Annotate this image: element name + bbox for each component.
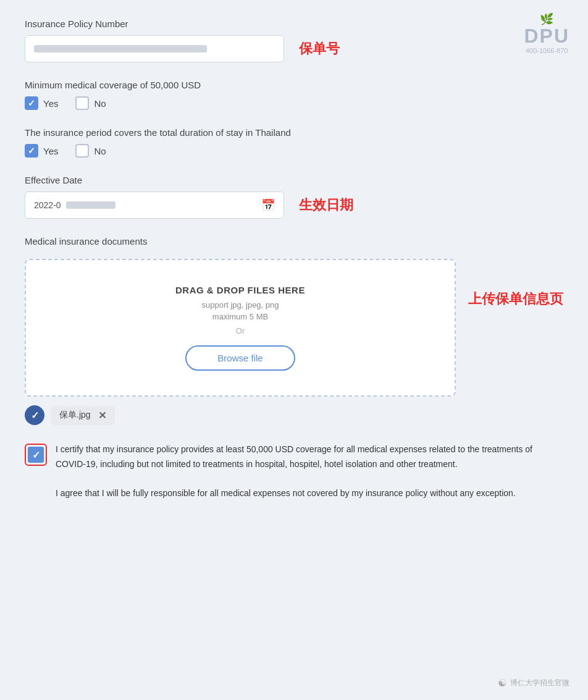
date-blurred: [66, 201, 116, 209]
min-coverage-section: Minimum medical coverage of 50,000 USD ✓…: [25, 80, 563, 110]
min-coverage-yes-checkbox[interactable]: ✓: [25, 96, 38, 110]
policy-number-section: Insurance Policy Number 保单号: [25, 19, 563, 62]
upload-area-wrapper: DRAG & DROP FILES HERE support jpg, jpeg…: [25, 253, 456, 397]
upload-drag-text: DRAG & DROP FILES HERE: [38, 285, 442, 295]
upload-max-text: maximum 5 MB: [38, 312, 442, 321]
policy-number-row: 保单号: [25, 35, 563, 62]
min-coverage-no-label: No: [94, 98, 106, 109]
min-coverage-no-item: No: [75, 96, 106, 110]
upload-section-row: DRAG & DROP FILES HERE support jpg, jpeg…: [25, 253, 563, 397]
min-coverage-label: Minimum medical coverage of 50,000 USD: [25, 80, 563, 90]
insurance-period-label: The insurance period covers the total du…: [25, 127, 563, 138]
policy-number-input[interactable]: [25, 35, 284, 62]
policy-number-blurred: [34, 45, 207, 53]
watermark-icon: ☯: [498, 677, 506, 689]
min-coverage-checkboxes: ✓ Yes No: [25, 96, 563, 110]
cert-text-line2: I agree that I will be fully responsible…: [56, 488, 516, 498]
medical-docs-label: Medical insurance documents: [25, 236, 563, 247]
checkmark-icon-2: ✓: [28, 146, 35, 155]
policy-number-annotation: 保单号: [299, 40, 340, 58]
logo-leaf-icon: 🌿: [524, 12, 569, 26]
upload-support-text: support jpg, jpeg, png: [38, 300, 442, 310]
cert-checkbox-wrapper: ✓: [25, 444, 47, 466]
insurance-period-no-item: No: [75, 144, 106, 158]
insurance-period-no-label: No: [94, 146, 106, 156]
medical-docs-section: Medical insurance documents DRAG & DROP …: [25, 236, 563, 425]
browse-file-button[interactable]: Browse file: [185, 345, 295, 371]
dpu-logo: 🌿 DPU 400-1066-870: [524, 12, 569, 54]
policy-number-label: Insurance Policy Number: [25, 19, 563, 29]
date-text-content: 2022-0: [34, 200, 116, 210]
uploaded-file-row: ✓ 保单.jpg ✕: [25, 405, 563, 425]
upload-annotation: 上传保单信息页: [468, 290, 563, 308]
watermark-text: 博仁大学招生官微: [510, 678, 569, 688]
effective-date-input[interactable]: 2022-0 📅: [25, 192, 284, 219]
cert-checkbox[interactable]: ✓: [28, 447, 44, 463]
effective-date-row: 2022-0 📅 生效日期: [25, 192, 563, 219]
cert-text-content: I certify that my insurance policy provi…: [56, 442, 563, 501]
effective-date-label: Effective Date: [25, 175, 563, 185]
logo-name: DPU: [524, 26, 569, 46]
insurance-period-checkboxes: ✓ Yes No: [25, 144, 563, 158]
cert-checkmark-icon: ✓: [32, 449, 40, 461]
min-coverage-yes-label: Yes: [43, 98, 58, 109]
insurance-period-yes-item: ✓ Yes: [25, 144, 58, 158]
logo-phone: 400-1066-870: [524, 47, 569, 54]
insurance-period-yes-checkbox[interactable]: ✓: [25, 144, 38, 158]
effective-date-annotation: 生效日期: [299, 196, 353, 214]
insurance-period-yes-label: Yes: [43, 146, 58, 156]
date-prefix: 2022-0: [34, 200, 61, 210]
min-coverage-no-checkbox[interactable]: [75, 96, 89, 110]
insurance-period-section: The insurance period covers the total du…: [25, 127, 563, 158]
effective-date-section: Effective Date 2022-0 📅 生效日期: [25, 175, 563, 219]
upload-or-text: Or: [38, 326, 442, 335]
insurance-period-no-checkbox[interactable]: [75, 144, 89, 158]
file-name: 保单.jpg: [59, 410, 91, 421]
file-chip: 保单.jpg ✕: [51, 406, 115, 425]
file-check-icon: ✓: [25, 405, 44, 425]
min-coverage-yes-item: ✓ Yes: [25, 96, 58, 110]
cert-text-line1: I certify that my insurance policy provi…: [56, 444, 532, 469]
calendar-icon: 📅: [261, 198, 275, 212]
certification-row: ✓ I certify that my insurance policy pro…: [25, 442, 563, 501]
file-remove-button[interactable]: ✕: [98, 410, 106, 421]
file-checkmark: ✓: [31, 410, 39, 421]
upload-dropzone[interactable]: DRAG & DROP FILES HERE support jpg, jpeg…: [25, 259, 456, 397]
watermark: ☯ 博仁大学招生官微: [498, 677, 569, 689]
checkmark-icon: ✓: [28, 99, 35, 108]
